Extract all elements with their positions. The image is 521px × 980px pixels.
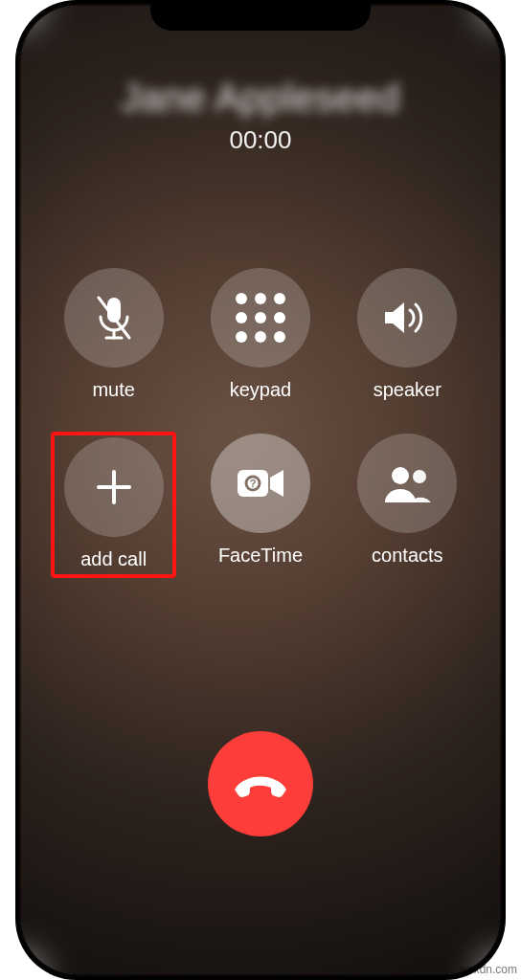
contacts-icon (381, 464, 433, 502)
contacts-button[interactable] (357, 434, 457, 533)
mute-button[interactable] (64, 268, 164, 368)
caller-name: Jane Appleseed (15, 77, 506, 120)
facetime-cell: ? FaceTime (201, 434, 319, 574)
speaker-cell: speaker (349, 268, 466, 401)
speaker-icon (381, 297, 433, 339)
phone-frame: Jane Appleseed 00:00 (15, 0, 506, 980)
phone-hangup-icon (231, 770, 290, 797)
keypad-icon (236, 293, 285, 343)
add-call-label: add call (80, 548, 147, 570)
keypad-label: keypad (230, 379, 292, 401)
video-camera-icon: ? (236, 466, 285, 501)
svg-text:?: ? (250, 478, 257, 489)
notch (150, 0, 371, 31)
speaker-button[interactable] (357, 268, 457, 368)
speaker-label: speaker (374, 379, 442, 401)
keypad-button[interactable] (211, 268, 310, 368)
end-call-row (15, 731, 506, 836)
mute-label: mute (92, 379, 134, 401)
keypad-cell: keypad (201, 268, 319, 401)
svg-point-10 (413, 470, 426, 483)
contacts-label: contacts (372, 545, 442, 567)
plus-icon (93, 466, 135, 508)
call-actions-grid: mute keypad (55, 268, 466, 574)
add-call-cell-highlighted: add call (51, 432, 176, 578)
watermark: wsxdn.com (460, 963, 517, 976)
add-call-button[interactable] (64, 437, 164, 537)
facetime-label: FaceTime (218, 545, 303, 567)
call-header: Jane Appleseed 00:00 (15, 77, 506, 155)
microphone-off-icon (93, 294, 135, 342)
mute-cell: mute (55, 268, 172, 401)
facetime-button[interactable]: ? (211, 434, 310, 533)
call-timer: 00:00 (15, 125, 506, 155)
end-call-button[interactable] (208, 731, 313, 836)
contacts-cell: contacts (349, 434, 466, 574)
svg-point-9 (392, 467, 409, 484)
